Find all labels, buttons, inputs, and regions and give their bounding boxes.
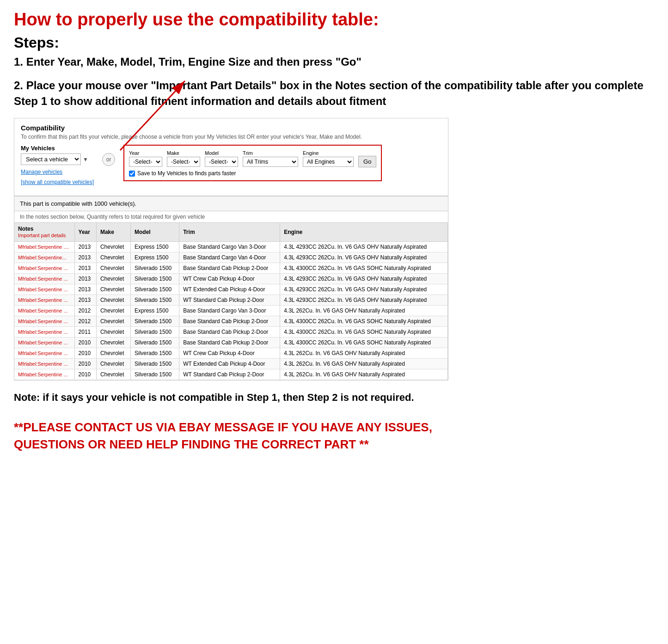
vehicle-select[interactable]: Select a vehicle — [21, 153, 81, 165]
table-row: Mfrlabel:Serpentine ...2013ChevroletSilv… — [14, 284, 448, 295]
vehicle-select-wrap: Select a vehicle ▼ — [21, 153, 94, 165]
year-cell: 2010 — [74, 337, 96, 348]
engine-header: Engine — [280, 223, 448, 242]
notes-cell: Mfrlabel:Serpentine... — [14, 252, 74, 263]
year-cell: 2012 — [74, 306, 96, 316]
year-cell: 2013 — [74, 295, 96, 306]
make-cell: Chevrolet — [96, 306, 130, 316]
make-label: Make — [167, 150, 200, 156]
step1-text: 1. Enter Year, Make, Model, Trim, Engine… — [14, 54, 654, 70]
table-row: Mfrlabel:Serpentine ...2010ChevroletSilv… — [14, 369, 448, 380]
quantity-note: In the notes section below, Quantity ref… — [14, 211, 448, 223]
table-header-row: Notes Important part details Year Make M… — [14, 223, 448, 242]
table-row: Mfrlabel:Serpentine ...2013ChevroletSilv… — [14, 263, 448, 274]
notes-cell: Mfrlabel:Serpentine ... — [14, 348, 74, 359]
make-cell: Chevrolet — [96, 284, 130, 295]
save-checkbox-label: Save to My Vehicles to finds parts faste… — [137, 170, 236, 177]
year-cell: 2011 — [74, 327, 96, 337]
dropdown-arrow-icon: ▼ — [83, 156, 88, 163]
model-cell: Express 1500 — [131, 242, 179, 252]
table-row: Mfrlabel:Serpentine ...2012ChevroletSilv… — [14, 316, 448, 327]
make-cell: Chevrolet — [96, 252, 130, 263]
model-select[interactable]: -Select- — [205, 157, 238, 167]
table-row: Mfrlabel:Serpentine ...2013ChevroletSilv… — [14, 274, 448, 284]
trim-cell: Base Standard Cab Pickup 2-Door — [179, 337, 280, 348]
notes-cell: Mfrlabel:Serpentine ... — [14, 274, 74, 284]
compat-table-area: This part is compatible with 1000 vehicl… — [14, 196, 448, 380]
save-checkbox[interactable] — [129, 171, 135, 177]
make-cell: Chevrolet — [96, 242, 130, 252]
model-cell: Silverado 1500 — [131, 316, 179, 327]
notes-label: Notes — [18, 226, 33, 232]
compat-table: Notes Important part details Year Make M… — [14, 223, 448, 380]
show-compatible-link[interactable]: [show all compatible vehicles] — [21, 179, 94, 185]
model-cell: Silverado 1500 — [131, 327, 179, 337]
year-label: Year — [129, 150, 162, 156]
trim-cell: WT Standard Cab Pickup 2-Door — [179, 295, 280, 306]
table-row: Mfrlabel:Serpentine ....2013ChevroletExp… — [14, 242, 448, 252]
notes-cell: Mfrlabel:Serpentine ... — [14, 263, 74, 274]
manage-vehicles-link[interactable]: Manage vehicles — [21, 169, 94, 175]
make-cell: Chevrolet — [96, 295, 130, 306]
engine-cell: 4.3L 4293CC 262Cu. In. V6 GAS OHV Natura… — [280, 295, 448, 306]
notes-cell: Mfrlabel:Serpentine ... — [14, 369, 74, 380]
trim-field-group: Trim All Trims — [243, 150, 298, 167]
trim-cell: Base Standard Cargo Van 4-Door — [179, 252, 280, 263]
step2-text: 2. Place your mouse over "Important Part… — [14, 78, 654, 109]
engine-cell: 4.3L 4300CC 262Cu. In. V6 GAS SOHC Natur… — [280, 327, 448, 337]
make-cell: Chevrolet — [96, 359, 130, 369]
trim-cell: WT Crew Cab Pickup 4-Door — [179, 348, 280, 359]
trim-label: Trim — [243, 150, 298, 156]
model-cell: Silverado 1500 — [131, 369, 179, 380]
make-select[interactable]: -Select- — [167, 157, 200, 167]
make-cell: Chevrolet — [96, 348, 130, 359]
year-header: Year — [74, 223, 96, 242]
trim-header: Trim — [179, 223, 280, 242]
engine-select[interactable]: All Engines — [303, 157, 354, 167]
trim-cell: Base Standard Cargo Van 3-Door — [179, 242, 280, 252]
engine-cell: 4.3L 262Cu. In. V6 GAS OHV Naturally Asp… — [280, 359, 448, 369]
model-cell: Silverado 1500 — [131, 337, 179, 348]
year-cell: 2010 — [74, 348, 96, 359]
make-cell: Chevrolet — [96, 327, 130, 337]
year-cell: 2010 — [74, 369, 96, 380]
trim-cell: WT Standard Cab Pickup 2-Door — [179, 369, 280, 380]
year-cell: 2013 — [74, 252, 96, 263]
go-button[interactable]: Go — [358, 156, 376, 167]
trim-cell: WT Crew Cab Pickup 4-Door — [179, 274, 280, 284]
year-field-group: Year -Select- — [129, 150, 162, 167]
model-label: Model — [205, 150, 238, 156]
notes-cell: Mfrlabel:Serpentine ... — [14, 306, 74, 316]
engine-cell: 4.3L 262Cu. In. V6 GAS OHV Naturally Asp… — [280, 369, 448, 380]
engine-cell: 4.3L 262Cu. In. V6 GAS OHV Naturally Asp… — [280, 306, 448, 316]
trim-select[interactable]: All Trims — [243, 157, 298, 167]
year-cell: 2013 — [74, 274, 96, 284]
notes-cell: Mfrlabel:Serpentine ... — [14, 295, 74, 306]
compat-subtitle: To confirm that this part fits your vehi… — [21, 134, 441, 140]
compatibility-widget: Compatibility To confirm that this part … — [14, 118, 448, 196]
engine-cell: 4.3L 4293CC 262Cu. In. V6 GAS OHV Natura… — [280, 252, 448, 263]
trim-cell: Base Standard Cab Pickup 2-Door — [179, 316, 280, 327]
table-row: Mfrlabel:Serpentine...2013ChevroletExpre… — [14, 252, 448, 263]
notes-cell: Mfrlabel:Serpentine ... — [14, 337, 74, 348]
trim-cell: WT Extended Cab Pickup 4-Door — [179, 284, 280, 295]
notes-cell: Mfrlabel:Serpentine ... — [14, 316, 74, 327]
year-select[interactable]: -Select- — [129, 157, 162, 167]
make-header: Make — [96, 223, 130, 242]
engine-cell: 4.3L 4300CC 262Cu. In. V6 GAS SOHC Natur… — [280, 316, 448, 327]
year-cell: 2013 — [74, 263, 96, 274]
steps-label: Steps: — [14, 34, 654, 51]
contact-text: **PLEASE CONTACT US VIA EBAY MESSAGE IF … — [14, 419, 499, 453]
model-field-group: Model -Select- — [205, 150, 238, 167]
model-cell: Express 1500 — [131, 306, 179, 316]
notes-cell: Mfrlabel:Serpentine .... — [14, 242, 74, 252]
engine-cell: 4.3L 262Cu. In. V6 GAS OHV Naturally Asp… — [280, 348, 448, 359]
trim-cell: Base Standard Cab Pickup 2-Door — [179, 263, 280, 274]
table-row: Mfrlabel:Serpentine ...2010ChevroletSilv… — [14, 359, 448, 369]
model-cell: Express 1500 — [131, 252, 179, 263]
model-cell: Silverado 1500 — [131, 348, 179, 359]
make-cell: Chevrolet — [96, 274, 130, 284]
model-cell: Silverado 1500 — [131, 295, 179, 306]
note-text: Note: if it says your vehicle is not com… — [14, 391, 499, 405]
model-cell: Silverado 1500 — [131, 274, 179, 284]
